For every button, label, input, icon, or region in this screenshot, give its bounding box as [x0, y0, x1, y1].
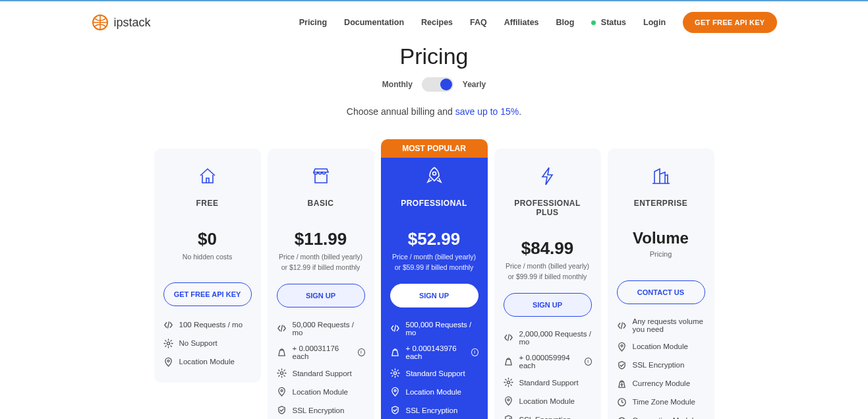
info-icon[interactable]: i [585, 358, 592, 366]
feature-row: Location Module [390, 387, 478, 397]
free-cta-button[interactable]: GET FREE API KEY [163, 282, 252, 306]
nav-status[interactable]: Status [591, 18, 626, 27]
gear-icon [163, 338, 174, 348]
feature-row: + 0.00031176 eachi [277, 344, 365, 360]
feature-row: Location Module [504, 396, 592, 406]
feature-text: Standard Support [519, 379, 579, 387]
plan-price-sub: Price / month (billed yearly) or $12.99 … [277, 252, 365, 273]
feature-text: 50,000 Requests / mo [293, 321, 365, 337]
feature-row: No Support [163, 338, 252, 348]
feature-list: 50,000 Requests / mo+ 0.00031176 eachiSt… [277, 321, 365, 420]
nav-documentation[interactable]: Documentation [344, 18, 404, 27]
plan-name: FREE [163, 199, 252, 208]
toggle-label-yearly[interactable]: Yearly [463, 80, 486, 89]
bag-icon [504, 356, 514, 367]
feature-text: SSL Encryption [293, 406, 345, 414]
nav-pricing[interactable]: Pricing [299, 18, 327, 27]
plan-name: PROFESSIONAL [390, 199, 478, 208]
enterprise-contact-button[interactable]: CONTACT US [617, 280, 705, 304]
svg-point-4 [281, 390, 283, 392]
get-api-key-button[interactable]: GET FREE API KEY [683, 12, 776, 33]
house-icon [163, 166, 252, 189]
plan-card-basic: BASIC $11.99 Price / month (billed yearl… [268, 148, 374, 419]
plan-price: $84.99 [504, 238, 592, 259]
buildings-icon [617, 166, 705, 189]
nav-links: Pricing Documentation Recipes FAQ Affili… [299, 12, 777, 33]
feature-text: Location Module [179, 358, 235, 366]
feature-text: Currency Module [633, 379, 691, 387]
plan-name: ENTERPRISE [617, 199, 705, 208]
rocket-icon [390, 166, 478, 189]
lightning-icon [504, 166, 592, 189]
pin-icon [163, 356, 174, 367]
feature-row: Connection Module [617, 415, 705, 419]
feature-text: + 0.00031176 each [293, 344, 351, 360]
feature-row: SSL Encryption [277, 405, 365, 416]
info-icon[interactable]: i [358, 348, 365, 356]
feature-row: 50,000 Requests / mo [277, 321, 365, 337]
subtitle-prefix: Choose annual billing and [347, 106, 455, 117]
feature-text: 500,000 Requests / mo [406, 321, 478, 337]
signal-icon [617, 415, 627, 419]
billing-subtitle: Choose annual billing and save up to 15%… [92, 106, 777, 117]
feature-text: Any requests volume you need [633, 317, 705, 333]
feature-row: Time Zone Module [617, 397, 705, 407]
clock-icon [617, 397, 627, 407]
feature-row: Currency Module [617, 378, 705, 389]
feature-text: SSL Encryption [633, 361, 685, 369]
plan-price: $52.99 [390, 229, 478, 249]
plan-price-sub: Price / month (billed yearly) or $59.99 … [390, 252, 478, 273]
gear-icon [504, 377, 514, 388]
storefront-icon [277, 166, 365, 189]
svg-point-8 [394, 390, 396, 392]
feature-row: Any requests volume you need [617, 317, 705, 333]
feature-list: Any requests volume you needLocation Mod… [617, 317, 705, 419]
plan-price: $11.99 [277, 229, 365, 249]
feature-list: 2,000,000 Requests / mo+ 0.000059994 eac… [504, 330, 592, 420]
globe-icon [92, 14, 109, 31]
proplus-signup-button[interactable]: SIGN UP [504, 293, 592, 317]
feature-row: SSL Encryption [504, 414, 592, 420]
feature-text: 2,000,000 Requests / mo [519, 330, 592, 346]
svg-point-7 [393, 371, 396, 374]
info-icon[interactable]: i [471, 348, 478, 356]
toggle-label-monthly[interactable]: Monthly [382, 80, 413, 89]
plan-card-enterprise: ENTERPRISE Volume Pricing CONTACT US Any… [608, 148, 714, 419]
code-icon [617, 320, 627, 331]
feature-list: 500,000 Requests / mo+ 0.000143976 eachi… [390, 321, 478, 420]
subtitle-link[interactable]: save up to 15% [455, 106, 519, 117]
nav-affiliates[interactable]: Affiliates [504, 18, 539, 27]
feature-list: 100 Requests / moNo SupportLocation Modu… [163, 319, 252, 367]
plan-card-free: FREE $0 No hidden costs GET FREE API KEY… [154, 148, 261, 383]
feature-text: Location Module [633, 342, 688, 350]
pin-icon [504, 396, 514, 406]
billing-toggle[interactable] [422, 77, 453, 92]
feature-text: SSL Encryption [519, 416, 571, 420]
plan-card-professional-plus: PROFESSIONAL PLUS $84.99 Price / month (… [494, 148, 601, 419]
feature-text: Location Module [293, 388, 348, 396]
brand-logo[interactable]: ipstack [92, 14, 151, 31]
pricing-grid: FREE $0 No hidden costs GET FREE API KEY… [92, 148, 777, 419]
shield-icon [390, 405, 401, 416]
pin-icon [617, 341, 627, 352]
page-title: Pricing [92, 44, 777, 69]
pro-signup-button[interactable]: SIGN UP [390, 284, 478, 307]
pin-icon [277, 387, 287, 397]
feature-text: No Support [179, 339, 217, 347]
status-dot-icon [591, 20, 596, 25]
svg-point-13 [621, 344, 623, 346]
nav-faq[interactable]: FAQ [470, 18, 487, 27]
feature-text: Location Module [519, 397, 575, 405]
top-nav: ipstack Pricing Documentation Recipes FA… [92, 1, 777, 40]
nav-recipes[interactable]: Recipes [421, 18, 453, 27]
basic-signup-button[interactable]: SIGN UP [277, 284, 365, 307]
nav-blog[interactable]: Blog [556, 18, 575, 27]
nav-login[interactable]: Login [643, 18, 666, 27]
feature-text: Location Module [406, 388, 461, 396]
feature-row: Standard Support [277, 368, 365, 379]
feature-row: Standard Support [390, 368, 478, 379]
shield-icon [504, 414, 514, 420]
feature-text: Time Zone Module [633, 398, 695, 406]
billing-toggle-row: Monthly Yearly [92, 77, 777, 92]
feature-row: SSL Encryption [390, 405, 478, 416]
